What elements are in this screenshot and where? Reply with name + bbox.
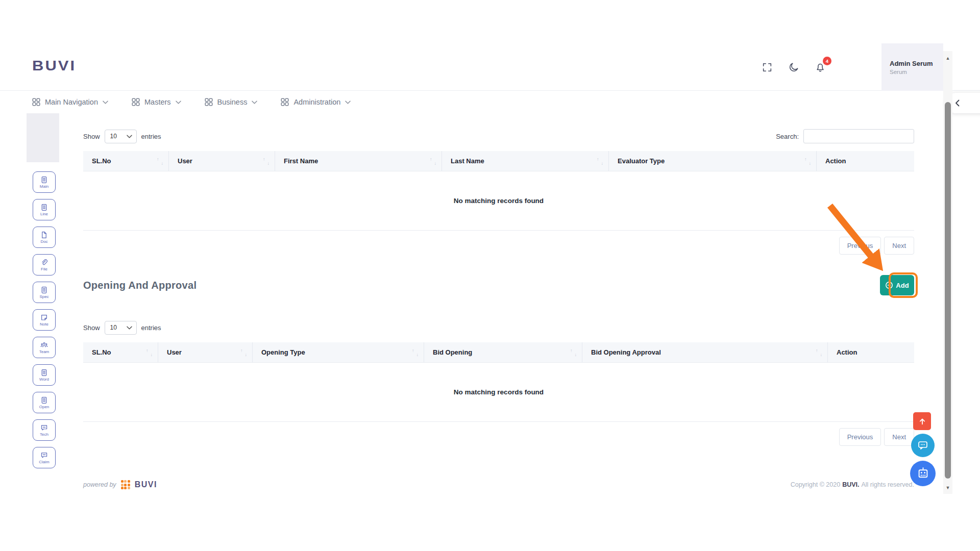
search-input[interactable] [803, 129, 914, 143]
nav-item-main-navigation[interactable]: Main Navigation [32, 98, 108, 106]
page-size-value: 10 [110, 133, 117, 140]
chevron-left-icon [955, 99, 960, 107]
assistant-bot-button[interactable] [910, 461, 936, 486]
paperclip-icon [40, 259, 48, 266]
header: BUVI 4 Admin Serum Serum [0, 43, 980, 91]
scroll-to-top-button[interactable] [913, 412, 931, 430]
add-button-wrapper: Add [880, 275, 914, 295]
sidebar-item-label: Note [40, 322, 48, 327]
grid-icon [32, 98, 40, 106]
brand-logo: BUVI [32, 57, 76, 74]
table2-toolbar: Show 10 entries [83, 320, 914, 335]
column-header-first-name[interactable]: First Name [275, 151, 442, 171]
fullscreen-button[interactable] [761, 61, 774, 74]
dark-mode-button[interactable] [787, 61, 800, 74]
dark-mode-icon [788, 62, 799, 73]
sidebar-item-file[interactable]: File [33, 254, 56, 276]
column-header-user[interactable]: User [169, 151, 275, 171]
scrollbar-thumb[interactable] [945, 102, 951, 479]
next-button[interactable]: Next [884, 428, 914, 446]
brand-grid-icon [121, 480, 130, 489]
chevron-down-icon [176, 101, 181, 104]
sort-icon [598, 157, 602, 165]
sort-icon [431, 157, 435, 165]
show-label: Show [83, 133, 100, 140]
nav-item-administration[interactable]: Administration [281, 98, 351, 106]
grid-icon [205, 98, 213, 106]
nav-item-business[interactable]: Business [205, 98, 258, 106]
sort-icon [817, 348, 821, 357]
fullscreen-icon [762, 62, 773, 73]
column-header-evaluator-type[interactable]: Evaluator Type [609, 151, 817, 171]
sidebar-item-line[interactable]: Line [33, 199, 56, 220]
column-header-action: Action [817, 151, 914, 171]
doc-lines-icon [40, 369, 48, 377]
page-size-select[interactable]: 10 [105, 130, 137, 143]
sidebar-item-doc[interactable]: Doc [33, 227, 56, 248]
sidebar-item-main[interactable]: Main [33, 171, 56, 193]
sidebar-item-team[interactable]: Team [33, 337, 56, 358]
sidebar-item-label: Spec [39, 294, 48, 299]
sidebar-item-spec[interactable]: Spec [33, 282, 56, 303]
nav-label: Main Navigation [45, 98, 98, 106]
sidebar-item-open[interactable]: Open [33, 392, 56, 413]
sidebar-item-tech[interactable]: Tech [33, 419, 56, 441]
previous-button[interactable]: Previous [839, 237, 881, 255]
sidebar-item-word[interactable]: Word [33, 364, 56, 386]
sidebar-item-label: Open [39, 405, 50, 409]
next-button[interactable]: Next [884, 237, 914, 255]
chat-widget-button[interactable] [911, 434, 935, 457]
column-header-opening-type[interactable]: Opening Type [253, 342, 424, 362]
column-header-slno[interactable]: SL.No [83, 342, 158, 362]
entries-label: entries [141, 324, 161, 332]
column-header-bid-opening-approval[interactable]: Bid Opening Approval [582, 342, 828, 362]
footer-brand: BUVI [135, 480, 157, 489]
add-button[interactable]: Add [880, 275, 914, 295]
chevron-down-icon [127, 135, 132, 138]
powered-by-label: powered by [83, 481, 116, 488]
nav-label: Masters [144, 98, 171, 106]
notification-badge: 4 [823, 57, 831, 65]
column-header-user[interactable]: User [158, 342, 253, 362]
nav-item-masters[interactable]: Masters [132, 98, 181, 106]
grid-icon [132, 98, 140, 106]
chevron-down-icon [252, 101, 257, 104]
sidebar-item-label: File [41, 267, 47, 271]
doc-lines-icon [40, 286, 48, 294]
search-label: Search: [776, 133, 799, 140]
chat-bubble-icon [917, 439, 929, 452]
column-header-last-name[interactable]: Last Name [442, 151, 609, 171]
sidebar-item-label: Claim [39, 460, 49, 464]
main-content: Show 10 entries Search: SL.No User First… [83, 113, 914, 491]
sidebar-placeholder [27, 113, 59, 162]
section-title: Opening And Approval [83, 280, 197, 291]
notifications-button[interactable]: 4 [814, 61, 827, 74]
chat-icon [40, 452, 48, 459]
nav-label: Business [217, 98, 248, 106]
header-actions: 4 [761, 43, 827, 91]
chevron-down-icon [345, 101, 351, 104]
sort-icon [571, 348, 576, 357]
sort-icon [264, 157, 268, 165]
note-icon [40, 314, 48, 321]
page-scrollbar [943, 51, 952, 494]
previous-button[interactable]: Previous [839, 428, 881, 446]
chevron-down-icon [103, 101, 108, 104]
doc-lines-icon [40, 176, 48, 184]
main-nav: Main Navigation Masters Business Adminis… [0, 91, 980, 113]
column-header-bid-opening[interactable]: Bid Opening [424, 342, 582, 362]
scrollbar-down-arrow[interactable] [943, 484, 952, 492]
user-name: Admin Serum [890, 60, 943, 67]
page-size-select[interactable]: 10 [105, 321, 137, 335]
column-header-slno[interactable]: SL.No [83, 151, 169, 171]
plus-circle-icon [885, 281, 893, 289]
user-menu[interactable]: Admin Serum Serum [881, 43, 943, 91]
sidebar-item-note[interactable]: Note [33, 309, 56, 331]
sort-icon [413, 348, 418, 357]
sidebar-item-claim[interactable]: Claim [33, 447, 56, 468]
sidebar-item-label: Doc [40, 239, 47, 244]
sort-icon [158, 157, 162, 165]
sidebar-item-label: Word [39, 377, 49, 382]
powered-by: powered by BUVI [83, 480, 157, 489]
scrollbar-up-arrow[interactable] [943, 54, 952, 62]
